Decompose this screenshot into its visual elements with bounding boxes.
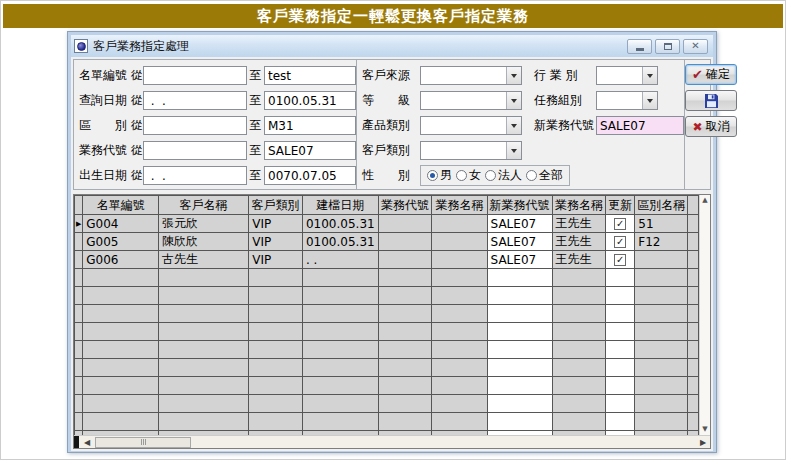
task-group-select[interactable] xyxy=(596,91,658,110)
radio-icon[interactable] xyxy=(427,170,438,181)
range-from-input[interactable] xyxy=(143,116,247,135)
column-header[interactable]: 客戶類別 xyxy=(249,196,303,215)
grid-cell[interactable] xyxy=(158,377,248,395)
grid-cell[interactable] xyxy=(635,305,688,323)
grid-cell[interactable] xyxy=(302,323,378,341)
chevron-down-icon[interactable] xyxy=(506,142,521,159)
chevron-down-icon[interactable] xyxy=(506,117,521,134)
grid-cell[interactable] xyxy=(552,395,606,413)
grid-cell[interactable] xyxy=(378,323,432,341)
grid-cell-update[interactable] xyxy=(606,395,635,413)
grid-cell-update[interactable]: ✓ xyxy=(606,233,635,251)
grid-cell[interactable] xyxy=(249,395,303,413)
scroll-right-icon[interactable]: ▶ xyxy=(696,437,710,448)
grid-cell[interactable] xyxy=(487,395,552,413)
grid-cell[interactable] xyxy=(158,395,248,413)
customer-source-select[interactable] xyxy=(420,66,522,85)
grid-cell[interactable]: 王先生 xyxy=(552,251,606,269)
grid-cell[interactable] xyxy=(635,251,688,269)
grid-cell[interactable]: G005 xyxy=(83,233,159,251)
cancel-button[interactable]: ✖ 取消 xyxy=(685,116,737,137)
grid-cell[interactable] xyxy=(83,359,159,377)
grid-cell[interactable]: 王先生 xyxy=(552,215,606,233)
grid-cell[interactable] xyxy=(83,269,159,287)
grid-cell[interactable] xyxy=(635,359,688,377)
grid-cell[interactable]: VIP xyxy=(249,215,303,233)
scroll-left-icon[interactable]: ◀ xyxy=(79,437,95,448)
grid-cell[interactable]: VIP xyxy=(249,251,303,269)
grid-cell[interactable] xyxy=(635,413,688,431)
grid-cell[interactable] xyxy=(158,413,248,431)
grid-cell[interactable] xyxy=(487,413,552,431)
grid-cell[interactable] xyxy=(635,323,688,341)
grid-cell[interactable] xyxy=(432,413,487,431)
update-checkbox[interactable]: ✓ xyxy=(614,236,626,248)
chevron-down-icon[interactable] xyxy=(506,67,521,84)
gender-option-男[interactable]: 男 xyxy=(427,167,452,184)
scroll-down-icon[interactable]: ▼ xyxy=(702,426,707,433)
grid-cell[interactable] xyxy=(302,413,378,431)
grid-cell[interactable]: 0100.05.31 xyxy=(302,215,378,233)
grid-cell-update[interactable] xyxy=(606,341,635,359)
radio-icon[interactable] xyxy=(456,170,467,181)
grid-cell[interactable] xyxy=(378,413,432,431)
grid-cell[interactable] xyxy=(432,287,487,305)
grid-cell[interactable] xyxy=(378,305,432,323)
range-to-input[interactable] xyxy=(264,166,356,185)
grid-cell[interactable] xyxy=(552,341,606,359)
grid-cell[interactable] xyxy=(487,359,552,377)
grid-cell[interactable] xyxy=(378,395,432,413)
grid-cell[interactable] xyxy=(302,377,378,395)
column-header[interactable]: 業務名稱 xyxy=(552,196,606,215)
grid-cell[interactable] xyxy=(552,413,606,431)
vertical-scrollbar[interactable]: ▲ ▼ xyxy=(699,195,710,435)
grid-cell[interactable] xyxy=(302,269,378,287)
chevron-down-icon[interactable] xyxy=(642,92,657,109)
grid-cell[interactable] xyxy=(552,287,606,305)
grid-cell-update[interactable] xyxy=(606,413,635,431)
grid-cell[interactable] xyxy=(249,269,303,287)
column-header[interactable]: 業務名稱 xyxy=(432,196,487,215)
grid-cell-update[interactable] xyxy=(606,323,635,341)
grid-cell[interactable] xyxy=(83,413,159,431)
product-type-select[interactable] xyxy=(420,116,522,135)
column-header[interactable]: 區別名稱 xyxy=(635,196,688,215)
close-button[interactable]: ✕ xyxy=(683,39,708,54)
range-from-input[interactable] xyxy=(143,66,247,85)
grid-cell[interactable] xyxy=(487,323,552,341)
gender-option-全部[interactable]: 全部 xyxy=(526,167,563,184)
grid-cell[interactable]: G004 xyxy=(83,215,159,233)
grid-cell[interactable] xyxy=(635,377,688,395)
save-button[interactable] xyxy=(685,90,737,111)
grid-cell[interactable] xyxy=(249,341,303,359)
scroll-up-icon[interactable]: ▲ xyxy=(702,197,707,204)
radio-icon[interactable] xyxy=(526,170,537,181)
grade-select[interactable] xyxy=(420,91,522,110)
grid-cell[interactable] xyxy=(83,341,159,359)
grid-cell[interactable] xyxy=(158,269,248,287)
grid-cell-update[interactable] xyxy=(606,359,635,377)
grid-cell[interactable] xyxy=(635,395,688,413)
grid-cell-update[interactable] xyxy=(606,377,635,395)
column-header[interactable]: 客戶名稱 xyxy=(158,196,248,215)
grid-cell[interactable] xyxy=(158,287,248,305)
grid-cell[interactable]: 張元欣 xyxy=(158,215,248,233)
grid-cell[interactable]: F12 xyxy=(635,233,688,251)
grid-cell[interactable] xyxy=(158,305,248,323)
grid-cell[interactable]: SALE07 xyxy=(487,215,552,233)
range-from-input[interactable] xyxy=(143,141,247,160)
chevron-down-icon[interactable] xyxy=(642,67,657,84)
grid-cell[interactable] xyxy=(158,323,248,341)
grid-cell[interactable] xyxy=(432,341,487,359)
grid-cell[interactable] xyxy=(302,305,378,323)
grid-cell-update[interactable]: ✓ xyxy=(606,251,635,269)
grid-cell[interactable] xyxy=(487,341,552,359)
column-header[interactable]: 新業務代號 xyxy=(487,196,552,215)
maximize-button[interactable] xyxy=(655,39,680,54)
grid-cell[interactable]: SALE07 xyxy=(487,233,552,251)
grid-cell[interactable] xyxy=(302,341,378,359)
column-header[interactable]: 建檔日期 xyxy=(302,196,378,215)
grid-cell[interactable] xyxy=(635,341,688,359)
grid-cell[interactable]: 0100.05.31 xyxy=(302,233,378,251)
grid-cell[interactable] xyxy=(378,377,432,395)
